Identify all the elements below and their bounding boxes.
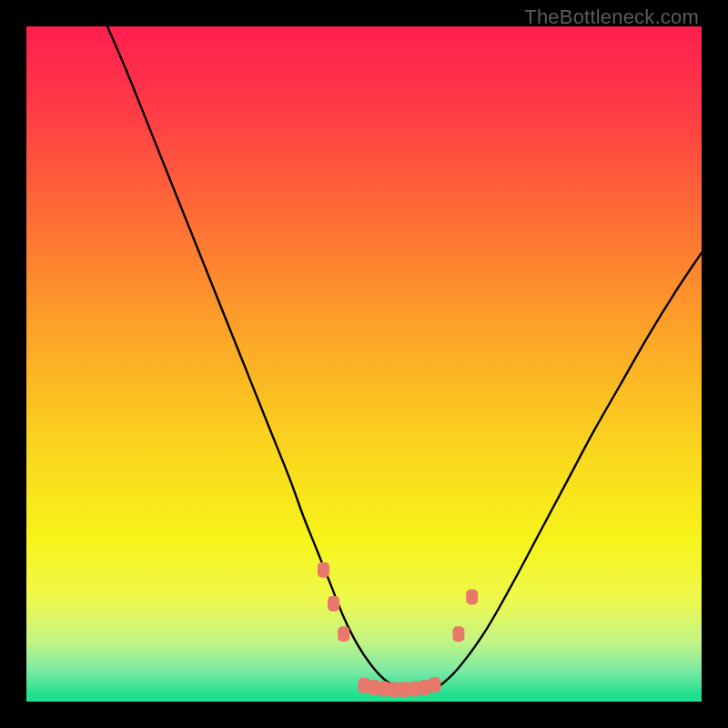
plot-area [26,26,702,702]
gradient-background [26,26,702,702]
marker-point [419,680,430,695]
marker-point [466,589,478,604]
marker-point [379,681,390,696]
marker-point [318,562,329,578]
marker-point [399,682,410,697]
watermark-text: TheBottleneck.com [524,5,699,29]
chart-frame: TheBottleneck.com [0,0,728,728]
marker-point [389,682,400,697]
marker-point [452,626,464,642]
marker-point [409,681,420,696]
marker-point [429,677,440,693]
marker-point [338,626,349,642]
marker-point [369,680,380,695]
marker-point [359,678,370,693]
plot-svg [26,26,702,702]
marker-point [328,596,339,612]
